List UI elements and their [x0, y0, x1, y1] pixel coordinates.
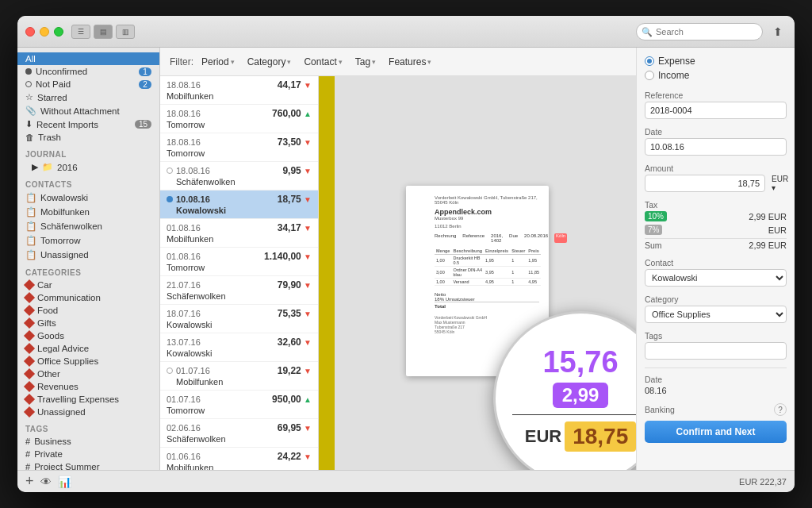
filter-tag-button[interactable]: Tag ▾: [350, 55, 381, 69]
expense-radio[interactable]: [645, 56, 654, 66]
chevron-down-icon: ▾: [287, 58, 291, 66]
sidebar-item-gifts[interactable]: Gifts: [17, 317, 159, 329]
category-dot-other: [24, 368, 35, 379]
sidebar-item-starred[interactable]: ☆ Starred: [17, 90, 159, 104]
table-row[interactable]: 10.08.16 18,75 ▼ Kowalowski: [160, 190, 318, 219]
date-field: Date: [645, 127, 787, 156]
filter-period-button[interactable]: Period ▾: [197, 55, 239, 69]
date-input[interactable]: [645, 138, 787, 156]
sidebar-item-goods[interactable]: Goods: [17, 329, 159, 342]
sidebar-item-office-supplies[interactable]: Office Supplies: [17, 355, 159, 368]
dot-filled-icon: [25, 68, 32, 75]
table-row[interactable]: 18.08.16 44,17 ▼ Mobilfunken: [160, 76, 318, 105]
sidebar-item-kowalowski[interactable]: 📋 Kowalowski: [17, 190, 159, 205]
sidebar-item-revenues[interactable]: Revenues: [17, 380, 159, 393]
category-dot-revenues: [24, 381, 35, 392]
sidebar-item-legal-advice[interactable]: Legal Advice: [17, 342, 159, 355]
income-radio[interactable]: [645, 71, 654, 80]
tax-field: Tax 10% 2,99 EUR 7% EUR Sum 2,99 EUR: [645, 200, 787, 250]
split-view-icon[interactable]: ▥: [116, 25, 135, 39]
filter-contact-button[interactable]: Contact ▾: [299, 55, 347, 69]
sidebar-item-other[interactable]: Other: [17, 368, 159, 380]
sidebar-item-private[interactable]: # Private: [17, 448, 159, 460]
sidebar-item-recent-imports[interactable]: ⬇ Recent Imports 15: [17, 117, 159, 131]
table-row[interactable]: 01.07.16 950,00 ▲ Tomorrow: [160, 391, 318, 419]
amount-input[interactable]: [645, 175, 765, 192]
reference-field: Reference: [645, 90, 787, 119]
sidebar-item-all[interactable]: All: [17, 52, 159, 65]
sidebar-toggle-icon[interactable]: ☰: [71, 25, 90, 39]
table-row[interactable]: 18.07.16 75,35 ▼ Kowalowski: [160, 305, 318, 333]
table-row[interactable]: 18.08.16 9,95 ▼ Schäfenwolken: [160, 162, 318, 190]
filter-features-button[interactable]: Features ▾: [384, 55, 436, 69]
category-dot-food: [24, 305, 35, 316]
banking-help-icon[interactable]: ?: [774, 403, 787, 416]
category-dot-unassigned: [24, 406, 35, 418]
sidebar-item-notpaid[interactable]: Not Paid 2: [17, 78, 159, 90]
table-row[interactable]: 01.08.16 34,17 ▼ Mobilfunken: [160, 219, 318, 248]
share-button[interactable]: ⬆: [769, 23, 787, 40]
chevron-down-icon: ▾: [339, 58, 343, 66]
category-dot-communication: [24, 292, 35, 303]
reference-input[interactable]: [645, 102, 787, 119]
confirm-next-button[interactable]: Confirm and Next: [645, 421, 787, 443]
table-row[interactable]: 21.07.16 79,90 ▼ Schäfenwolken: [160, 276, 318, 305]
close-button[interactable]: [25, 27, 35, 37]
document-preview: Vorderbeit Kowalowski GmbH, Tubenstraße …: [319, 76, 636, 470]
amount-field: Amount EUR ▾: [645, 164, 787, 192]
sidebar-item-mobilfunken[interactable]: 📋 Mobilfunken: [17, 205, 159, 219]
table-row[interactable]: 13.07.16 32,60 ▼ Kowalowski: [160, 333, 318, 362]
add-button[interactable]: +: [25, 473, 34, 490]
filter-category-button[interactable]: Category ▾: [243, 55, 297, 69]
chart-icon[interactable]: 📊: [58, 475, 71, 488]
sidebar-item-unassigned-cat[interactable]: Unassigned: [17, 406, 159, 418]
list-view-icon[interactable]: ▤: [94, 25, 113, 39]
search-icon: 🔍: [642, 26, 653, 37]
sidebar-item-trash[interactable]: 🗑 Trash: [17, 131, 159, 144]
minimize-button[interactable]: [40, 27, 49, 37]
sidebar-item-unassigned-contact[interactable]: 📋 Unassigned: [17, 248, 159, 262]
table-row[interactable]: 18.08.16 760,00 ▲ Tomorrow: [160, 105, 318, 133]
sidebar-item-schafenwolken[interactable]: 📋 Schäfenwolken: [17, 219, 159, 233]
tags-field: Tags: [645, 331, 787, 360]
category-dot-goods: [24, 330, 35, 341]
table-row[interactable]: 02.06.16 69,95 ▼ Schäfenwolken: [160, 419, 318, 448]
contact-select[interactable]: Kowalowski: [645, 269, 787, 287]
dot-empty-icon: [25, 81, 32, 87]
titlebar: ☰ ▤ ▥ 🔍 ⬆: [17, 16, 795, 48]
sidebar-item-car[interactable]: Car: [17, 279, 159, 291]
categories-section-header: CATEGORIES: [17, 262, 159, 279]
currency-selector[interactable]: EUR ▾: [768, 175, 791, 192]
sidebar-item-project-summer[interactable]: # Project Summer: [17, 460, 159, 470]
sidebar-item-tomorrow[interactable]: 📋 Tomorrow: [17, 233, 159, 248]
journal-section-header: JOURNAL: [17, 144, 159, 160]
sidebar-item-food[interactable]: Food: [17, 304, 159, 317]
chevron-down-icon: ▾: [372, 58, 376, 66]
sidebar-item-business[interactable]: # Business: [17, 435, 159, 448]
traffic-lights: [25, 27, 63, 37]
sidebar-item-without-attachment[interactable]: 📎 Without Attachment: [17, 104, 159, 117]
table-row[interactable]: 01.08.16 1.140,00 ▼ Tomorrow: [160, 248, 318, 276]
eye-icon[interactable]: 👁: [40, 475, 52, 488]
contact-icon-mobilfunken: 📋: [25, 206, 36, 217]
toolbar-icons: ☰ ▤ ▥: [71, 25, 135, 39]
recent-imports-badge: 15: [135, 120, 151, 129]
contact-icon-tomorrow: 📋: [25, 235, 36, 246]
sidebar-item-2016[interactable]: ▶ 📁 2016: [17, 160, 159, 174]
expense-income-selector: Expense Income: [645, 56, 787, 81]
search-input[interactable]: [636, 23, 763, 40]
income-radio-item[interactable]: Income: [645, 70, 787, 81]
filter-bar: Filter: Period ▾ Category ▾ Contact ▾ Ta…: [160, 48, 636, 76]
maximize-button[interactable]: [54, 27, 63, 37]
expense-radio-item[interactable]: Expense: [645, 56, 787, 67]
table-row[interactable]: 01.07.16 19,22 ▼ Mobilfunken: [160, 362, 318, 391]
category-select[interactable]: Office Supplies: [645, 306, 787, 323]
sidebar-item-travelling[interactable]: Travelling Expenses: [17, 393, 159, 406]
sidebar-item-unconfirmed[interactable]: Unconfirmed 1: [17, 65, 159, 78]
contact-icon-schafenwolken: 📋: [25, 221, 36, 232]
table-row[interactable]: 01.06.16 24,22 ▼ Mobilfunken: [160, 448, 318, 470]
tags-input[interactable]: [645, 342, 787, 360]
table-row[interactable]: 18.08.16 73,50 ▼ Tomorrow: [160, 133, 318, 162]
contacts-section-header: CONTACTS: [17, 174, 159, 190]
sidebar-item-communication[interactable]: Communication: [17, 291, 159, 304]
